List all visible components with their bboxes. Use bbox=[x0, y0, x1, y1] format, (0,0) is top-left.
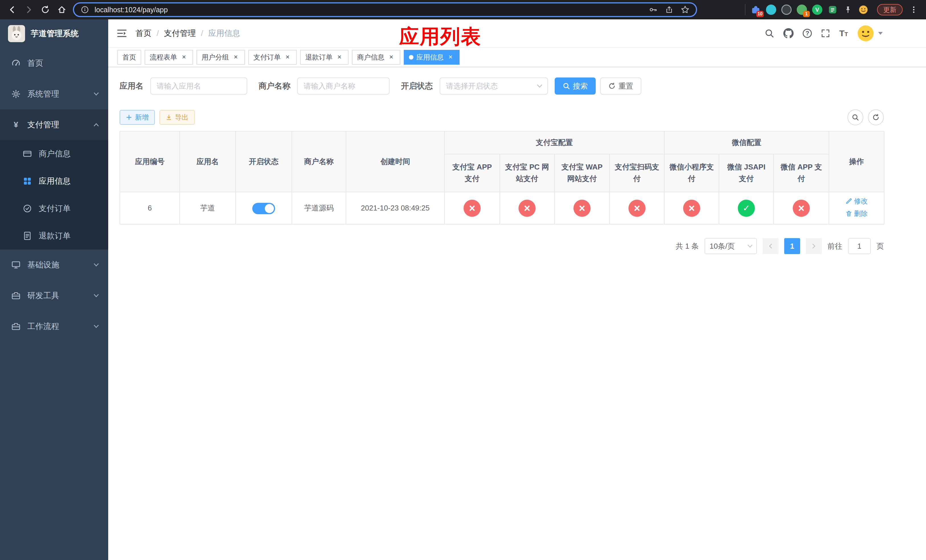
download-icon bbox=[166, 114, 172, 121]
tab-close-icon[interactable] bbox=[336, 53, 343, 61]
bookmark-star-icon[interactable] bbox=[679, 3, 691, 16]
export-button-label: 导出 bbox=[175, 113, 189, 122]
browser-forward-button[interactable] bbox=[21, 2, 36, 17]
col-created: 创建时间 bbox=[346, 131, 445, 192]
browser-refresh-button[interactable] bbox=[38, 2, 53, 17]
col-group-alipay: 支付宝配置 bbox=[445, 131, 664, 154]
search-button[interactable]: 搜索 bbox=[555, 77, 596, 95]
tab-user-group[interactable]: 用户分组 bbox=[197, 50, 245, 65]
goto-page-input[interactable] bbox=[848, 238, 871, 254]
breadcrumb-home[interactable]: 首页 bbox=[136, 28, 151, 39]
app-logo[interactable]: 芋道管理系统 bbox=[0, 20, 108, 48]
edit-link[interactable]: 修改 bbox=[846, 196, 868, 206]
browser-menu-button[interactable] bbox=[906, 2, 921, 17]
tab-refund-orders[interactable]: 退款订单 bbox=[300, 50, 348, 65]
wechat-app-status-icon bbox=[793, 200, 810, 217]
extension-avatar-icon[interactable]: 1 bbox=[796, 4, 808, 15]
reset-button[interactable]: 重置 bbox=[600, 77, 641, 95]
fullscreen-icon[interactable] bbox=[821, 29, 830, 38]
toggle-search-button[interactable] bbox=[847, 109, 863, 125]
yen-icon: ¥ bbox=[11, 120, 21, 129]
sidebar-item-app-info[interactable]: 应用信息 bbox=[0, 168, 108, 195]
extension-pin-icon[interactable] bbox=[842, 4, 854, 15]
search-button-label: 搜索 bbox=[573, 81, 588, 91]
tab-close-icon[interactable] bbox=[446, 53, 454, 61]
tab-label: 退款订单 bbox=[305, 53, 333, 62]
tab-close-icon[interactable] bbox=[387, 53, 395, 61]
app-name-input[interactable] bbox=[150, 77, 247, 95]
browser-update-button[interactable]: 更新 bbox=[877, 4, 903, 15]
col-alipay-wap: 支付宝 WAP 网站支付 bbox=[554, 154, 610, 192]
tab-close-icon[interactable] bbox=[284, 53, 292, 61]
extension-drop-icon[interactable] bbox=[766, 4, 777, 15]
prev-page-button[interactable] bbox=[763, 238, 779, 254]
sidebar-item-pay-orders[interactable]: 支付订单 bbox=[0, 195, 108, 222]
breadcrumb-payment[interactable]: 支付管理 bbox=[164, 28, 196, 39]
tab-pay-orders[interactable]: 支付订单 bbox=[248, 50, 297, 65]
password-key-icon[interactable] bbox=[647, 3, 660, 16]
site-info-icon[interactable] bbox=[79, 3, 91, 16]
sidebar-item-infrastructure[interactable]: 基础设施 bbox=[0, 250, 108, 280]
reset-button-label: 重置 bbox=[619, 81, 633, 91]
sidebar-item-dev-tools[interactable]: 研发工具 bbox=[0, 280, 108, 311]
next-page-button[interactable] bbox=[806, 238, 822, 254]
tab-home[interactable]: 首页 bbox=[117, 50, 141, 65]
logo-image bbox=[8, 25, 25, 42]
export-button[interactable]: 导出 bbox=[159, 110, 195, 125]
chevron-up-icon bbox=[94, 122, 99, 128]
browser-back-button[interactable] bbox=[5, 2, 20, 17]
tab-process-form[interactable]: 流程表单 bbox=[145, 50, 193, 65]
sidebar-fold-icon[interactable] bbox=[108, 28, 136, 38]
tab-close-icon[interactable] bbox=[232, 53, 240, 61]
merchant-name-label: 商户名称 bbox=[259, 80, 291, 91]
tab-merchant-info[interactable]: 商户信息 bbox=[352, 50, 400, 65]
pagination: 共 1 条 10条/页 1 前往 页 bbox=[120, 238, 884, 254]
sidebar-item-system[interactable]: 系统管理 bbox=[0, 79, 108, 109]
top-navbar: 首页 / 支付管理 / 应用信息 ? bbox=[108, 20, 926, 48]
sidebar-item-merchant-info[interactable]: 商户信息 bbox=[0, 140, 108, 168]
refresh-table-button[interactable] bbox=[868, 109, 884, 125]
tab-app-info[interactable]: 应用信息 bbox=[404, 50, 460, 65]
wechat-jsapi-status-icon bbox=[738, 200, 755, 217]
wechat-lite-status-icon bbox=[683, 200, 700, 217]
page-number-button[interactable]: 1 bbox=[784, 238, 800, 254]
merchant-name-input[interactable] bbox=[297, 77, 390, 95]
sidebar-item-refund-orders[interactable]: 退款订单 bbox=[0, 222, 108, 250]
col-alipay-app: 支付宝 APP 支付 bbox=[445, 154, 500, 192]
page-size-select[interactable]: 10条/页 bbox=[705, 238, 757, 254]
github-icon[interactable] bbox=[783, 28, 794, 38]
extension-dark-icon[interactable] bbox=[781, 4, 792, 15]
col-wechat-jsapi: 微信 JSAPI 支付 bbox=[719, 154, 774, 192]
extension-vue-icon[interactable]: V bbox=[811, 4, 823, 15]
add-button[interactable]: 新增 bbox=[120, 110, 155, 125]
browser-home-button[interactable] bbox=[54, 2, 70, 17]
chevron-down-icon bbox=[747, 243, 753, 249]
share-icon[interactable] bbox=[663, 3, 675, 16]
sidebar-item-payment[interactable]: ¥ 支付管理 bbox=[0, 109, 108, 140]
address-bar[interactable]: localhost:1024/pay/app bbox=[73, 2, 697, 17]
gear-icon bbox=[11, 89, 21, 98]
sidebar-item-label: 应用信息 bbox=[39, 176, 71, 186]
sidebar-item-home[interactable]: 首页 bbox=[0, 48, 108, 79]
delete-link[interactable]: 删除 bbox=[846, 208, 868, 219]
sidebar-item-workflow[interactable]: 工作流程 bbox=[0, 311, 108, 342]
extension-notes-icon[interactable] bbox=[827, 4, 838, 15]
document-icon bbox=[23, 231, 32, 241]
extension-emoji-icon[interactable] bbox=[858, 4, 869, 15]
table-row: 6 芋道 芋道源码 2021-10-23 08:49:25 bbox=[120, 192, 884, 224]
sidebar-item-label: 系统管理 bbox=[27, 89, 59, 100]
tab-label: 应用信息 bbox=[416, 53, 443, 62]
status-select[interactable]: 请选择开启状态 bbox=[440, 77, 548, 95]
caret-down-icon bbox=[878, 32, 883, 35]
sidebar-item-label: 工作流程 bbox=[27, 321, 59, 332]
header-search-icon[interactable] bbox=[764, 29, 774, 38]
filter-form: 应用名 商户名称 开启状态 请选择开启状态 搜索 bbox=[120, 77, 884, 95]
extension-puzzle-icon[interactable]: 10 bbox=[750, 4, 761, 15]
font-size-icon[interactable]: TT bbox=[839, 29, 848, 38]
help-icon[interactable]: ? bbox=[803, 29, 812, 38]
user-menu[interactable] bbox=[857, 25, 883, 42]
pagination-total: 共 1 条 bbox=[676, 241, 699, 251]
tab-close-icon[interactable] bbox=[180, 53, 188, 61]
table-toolbar: 新增 导出 bbox=[120, 109, 884, 125]
status-toggle[interactable] bbox=[252, 203, 275, 214]
